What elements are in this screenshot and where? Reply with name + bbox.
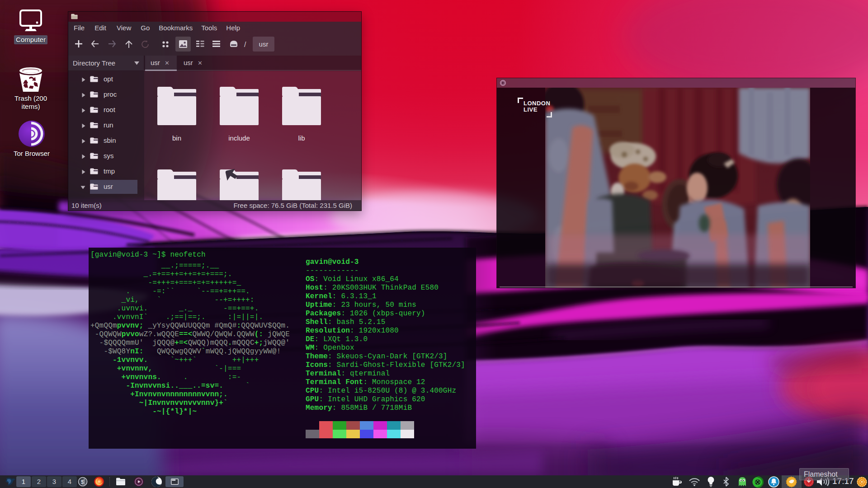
svg-text:LIVE: LIVE: [524, 106, 538, 113]
svg-text:LONDON: LONDON: [524, 100, 550, 107]
